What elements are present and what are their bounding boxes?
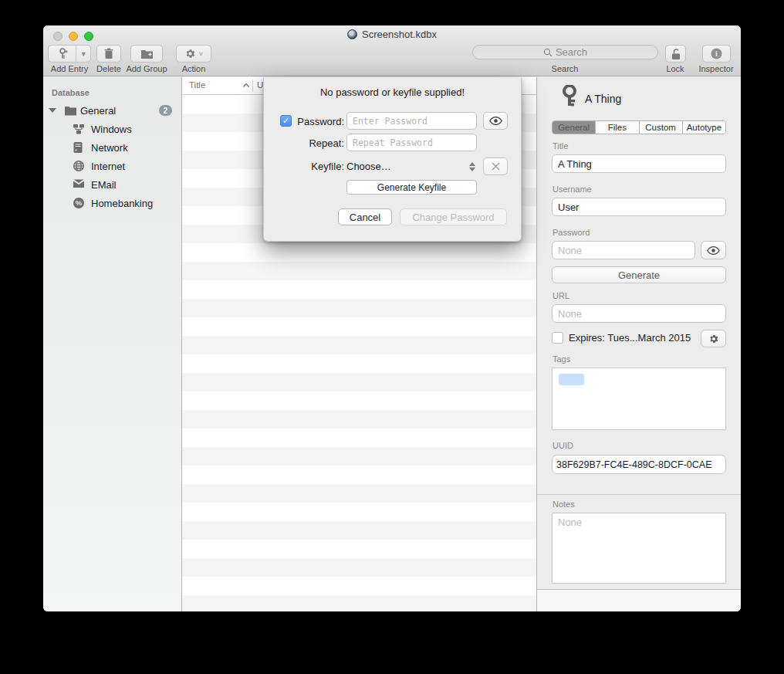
reveal-password-button[interactable]: [483, 112, 508, 130]
eye-icon: [489, 117, 502, 125]
server-icon: [73, 141, 85, 154]
generate-button-label: Generate: [618, 269, 660, 281]
uuid-field[interactable]: [552, 455, 726, 474]
url-field[interactable]: [552, 304, 726, 323]
repeat-label: Repeat:: [292, 137, 344, 149]
password-field-label: Password: [553, 228, 590, 237]
delete-button[interactable]: [96, 45, 121, 63]
title-field-label: Title: [553, 141, 568, 151]
tab-files[interactable]: Files: [596, 121, 639, 134]
uuid-field-label: UUID: [553, 441, 573, 450]
tags-field-label: Tags: [553, 354, 570, 364]
titlebar-toolbar: Screenshot.kdbx ▼ ˅ Add Entry Delete Add…: [43, 25, 741, 76]
eye-icon: [707, 246, 720, 255]
group-sidebar: Database General 2 Windows Network Inter…: [43, 77, 182, 611]
folder-icon: [64, 104, 77, 117]
generate-password-button[interactable]: Generate: [552, 266, 726, 283]
key-plus-icon[interactable]: [49, 46, 76, 62]
gear-icon: [184, 48, 196, 59]
username-field-label: Username: [553, 185, 592, 194]
lock-label: Lock: [666, 64, 684, 73]
close-x-icon: [492, 162, 500, 171]
info-icon: i: [711, 48, 722, 59]
document-proxy-icon: [347, 29, 357, 39]
folder-plus-icon: [140, 49, 154, 59]
username-field[interactable]: [552, 198, 726, 216]
keyfile-popup-value: Choose…: [346, 161, 391, 172]
sidebar-item-email[interactable]: EMail: [43, 175, 181, 194]
action-label: Action: [182, 64, 206, 73]
add-group-label: Add Group: [126, 64, 167, 73]
keyfile-popup[interactable]: Choose…: [346, 157, 477, 175]
column-header-title[interactable]: Title: [189, 80, 205, 90]
sidebar-item-general[interactable]: General 2: [43, 101, 181, 120]
inspector-panel: A Thing General Files Custom Autotype Ti…: [536, 77, 741, 611]
window-title: Screenshot.kdbx: [362, 29, 437, 40]
clear-keyfile-button[interactable]: [483, 157, 508, 175]
cancel-button-label: Cancel: [350, 212, 380, 223]
inspector-tabs: General Files Custom Autotype: [552, 120, 726, 134]
unlock-icon: [671, 48, 681, 60]
reveal-password-button[interactable]: [701, 241, 726, 259]
tags-box[interactable]: [552, 367, 726, 430]
repeat-password-field[interactable]: [346, 134, 477, 151]
sidebar-item-internet[interactable]: Internet: [43, 157, 181, 175]
expires-settings-button[interactable]: [701, 330, 726, 347]
inspector-label: Inspector: [698, 64, 733, 73]
window-title-area: Screenshot.kdbx: [43, 29, 741, 40]
expires-label: Expires: Tues...March 2015: [569, 332, 691, 344]
enter-password-field[interactable]: [346, 112, 477, 130]
envelope-icon: [73, 178, 85, 191]
change-password-button[interactable]: Change Password: [400, 208, 507, 225]
add-entry-button[interactable]: ▼: [48, 45, 91, 63]
sidebar-section-header: Database: [43, 84, 181, 101]
action-button[interactable]: ˅: [176, 45, 211, 63]
sidebar-item-network[interactable]: Network: [43, 138, 181, 157]
column-divider[interactable]: [252, 80, 253, 92]
globe-icon: [73, 160, 85, 172]
popup-stepper-icon: [469, 162, 477, 171]
trash-icon: [103, 48, 114, 59]
percent-icon: %: [73, 197, 85, 209]
tab-autotype[interactable]: Autotype: [683, 121, 725, 134]
sort-ascending-icon[interactable]: [242, 83, 250, 88]
search-placeholder: Search: [556, 46, 587, 58]
cancel-button[interactable]: Cancel: [338, 208, 392, 225]
sidebar-item-homebanking[interactable]: % Homebanking: [43, 194, 181, 212]
generate-keyfile-button[interactable]: Generate Keyfile: [346, 180, 477, 195]
svg-text:i: i: [715, 49, 718, 58]
tab-custom[interactable]: Custom: [640, 121, 683, 134]
workgroup-icon: [73, 123, 85, 135]
search-input[interactable]: Search: [472, 45, 658, 59]
expires-checkbox[interactable]: [552, 332, 563, 344]
sidebar-item-label: Homebanking: [91, 198, 153, 209]
tab-general[interactable]: General: [553, 121, 596, 134]
tag-pill[interactable]: [559, 374, 584, 385]
entry-count-badge: 2: [159, 105, 172, 116]
search-icon: [543, 48, 553, 57]
delete-label: Delete: [96, 64, 121, 73]
sidebar-item-label: General: [80, 105, 116, 117]
gear-icon: [708, 334, 719, 344]
sidebar-item-label: Network: [91, 142, 128, 154]
sidebar-item-label: EMail: [91, 179, 117, 191]
inspector-button[interactable]: i: [702, 45, 731, 63]
notes-field[interactable]: [552, 513, 726, 584]
password-label: Password:: [292, 116, 344, 127]
title-field[interactable]: [552, 154, 726, 173]
sidebar-item-windows[interactable]: Windows: [43, 120, 181, 138]
inspector-footer: [537, 589, 741, 611]
url-field-label: URL: [553, 291, 569, 300]
lock-button[interactable]: [665, 45, 686, 63]
add-group-button[interactable]: [130, 45, 163, 63]
disclosure-triangle-icon[interactable]: [49, 108, 56, 113]
password-checkbox[interactable]: ✓: [280, 115, 292, 127]
password-field[interactable]: [552, 241, 695, 259]
svg-text:%: %: [76, 198, 83, 207]
sheet-message: No password or keyfile supplied!: [264, 86, 521, 98]
search-label: Search: [552, 64, 579, 73]
key-icon: [561, 85, 578, 108]
add-entry-dropdown-arrow-icon[interactable]: ▼: [76, 46, 90, 62]
notes-field-label: Notes: [553, 500, 575, 509]
app-window: Screenshot.kdbx ▼ ˅ Add Entry Delete Add…: [43, 25, 741, 611]
